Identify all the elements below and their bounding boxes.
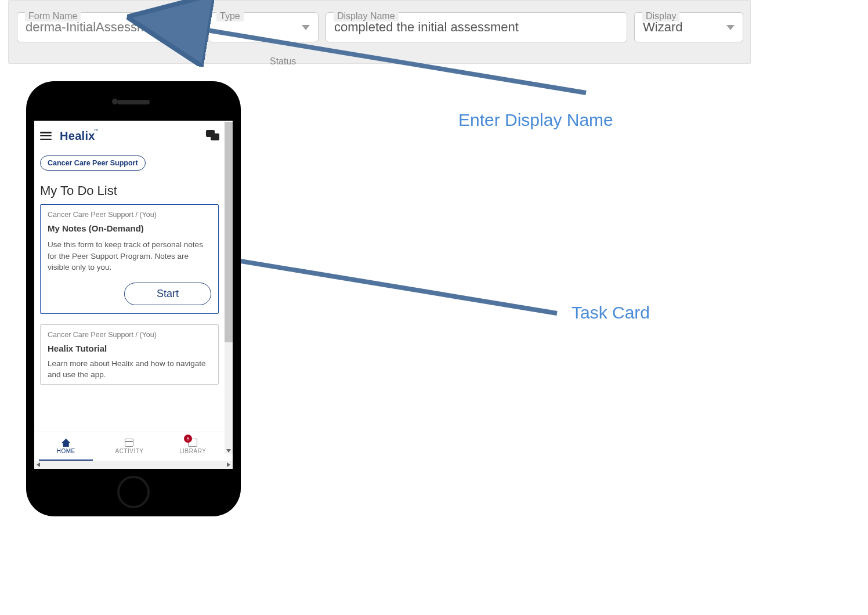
start-button[interactable]: Start [124, 283, 211, 305]
healix-app: Healix™ Cancer Care Peer Support My To D… [34, 121, 225, 461]
nav-library[interactable]: 5 LIBRARY [161, 432, 225, 461]
hamburger-icon[interactable] [40, 132, 52, 140]
todo-heading: My To Do List [40, 183, 219, 198]
form-name-field: derma-InitialAssessment_ Form Name [17, 12, 202, 42]
phone-mockup: Healix™ Cancer Care Peer Support My To D… [26, 81, 241, 516]
phone-home-button [117, 476, 150, 508]
tutorial-card-breadcrumb: Cancer Care Peer Support / (You) [48, 331, 211, 339]
form-settings-bar: derma-InitialAssessment_ Form Name Type … [8, 0, 751, 64]
tutorial-card-desc: Learn more about Healix and how to navig… [48, 358, 211, 381]
chevron-down-icon [302, 25, 310, 30]
display-name-field: completed the initial assessment Display… [326, 12, 627, 42]
display-name-value: completed the initial assessment [334, 20, 519, 35]
chat-icon[interactable] [206, 130, 219, 142]
status-label: Status [270, 56, 296, 67]
task-card-title: My Notes (On-Demand) [48, 223, 211, 233]
scroll-thumb[interactable] [225, 122, 233, 342]
nav-library-label: LIBRARY [179, 448, 206, 454]
type-field: Type [208, 12, 319, 42]
display-name-label: Display Name [334, 11, 399, 21]
caption-task-card: Task Card [572, 303, 650, 323]
nav-home-label: HOME [57, 448, 75, 454]
nav-activity-label: ACTIVITY [115, 448, 143, 454]
brand-logo: Healix™ [60, 129, 95, 143]
scroll-right-icon[interactable] [227, 462, 230, 467]
scroll-down-icon[interactable] [226, 449, 231, 453]
brand-text: Healix [60, 129, 95, 142]
display-field: Wizard Display [634, 12, 743, 42]
display-value: Wizard [643, 20, 682, 35]
task-card-desc: Use this form to keep track of personal … [48, 239, 211, 273]
form-name-label: Form Name [25, 11, 81, 21]
chevron-down-icon [726, 25, 735, 30]
bottom-nav: HOME ACTIVITY 5 LIBRARY [34, 432, 225, 461]
nav-activity[interactable]: ACTIVITY [97, 432, 161, 461]
phone-speaker [117, 100, 150, 104]
display-label: Display [642, 11, 679, 21]
nav-home[interactable]: HOME [34, 432, 97, 461]
library-icon: 5 [188, 439, 197, 447]
task-card-breadcrumb: Cancer Care Peer Support / (You) [48, 211, 211, 219]
program-chip[interactable]: Cancer Care Peer Support [40, 155, 146, 171]
type-label: Type [216, 11, 244, 21]
horizontal-scrollbar[interactable] [34, 461, 233, 469]
phone-screen: Healix™ Cancer Care Peer Support My To D… [34, 121, 233, 469]
home-icon [62, 439, 71, 447]
form-name-value: derma-InitialAssessment_ [26, 20, 172, 35]
task-card[interactable]: Cancer Care Peer Support / (You) My Note… [40, 204, 219, 314]
vertical-scrollbar[interactable] [225, 122, 233, 454]
app-header: Healix™ [40, 126, 219, 145]
tutorial-card-title: Healix Tutorial [48, 343, 211, 353]
scroll-left-icon[interactable] [37, 462, 40, 467]
library-badge: 5 [184, 435, 192, 443]
caption-display-name: Enter Display Name [458, 110, 613, 130]
calendar-icon [125, 439, 133, 447]
tutorial-card[interactable]: Cancer Care Peer Support / (You) Healix … [40, 324, 219, 385]
